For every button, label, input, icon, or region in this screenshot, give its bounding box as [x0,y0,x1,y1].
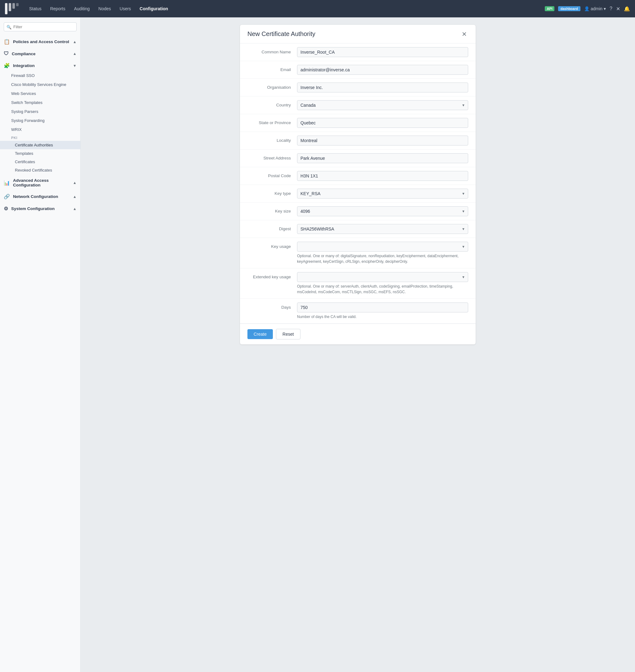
sidebar-item-certificates[interactable]: Certificates [0,158,80,166]
extended-key-usage-select[interactable] [297,272,468,282]
reset-button[interactable]: Reset [276,329,301,339]
sidebar: 🔍 📋 Policies and Access Control ▲ 🛡 Comp… [0,17,81,672]
section-left: ⚙ System Configuration [4,206,54,212]
sidebar-section-network-header[interactable]: 🔗 Network Configuration ▲ [0,191,80,202]
nav-reports[interactable]: Reports [47,4,68,13]
integration-label: Integration [13,63,35,68]
days-hint: Number of days the CA will be valid. [297,314,468,319]
network-config-label: Network Configuration [13,194,58,199]
sidebar-item-templates[interactable]: Templates [0,149,80,158]
digest-select[interactable]: SHA256WithRSA [297,224,468,234]
system-config-chevron-icon: ▲ [73,207,76,211]
nav-users[interactable]: Users [116,4,134,13]
key-size-wrap: 4096 ▼ [297,206,468,216]
sidebar-item-revoked-certificates[interactable]: Revoked Certificates [0,166,80,174]
compliance-icon: 🛡 [4,51,9,57]
network-config-icon: 🔗 [4,194,10,200]
advanced-access-icon: 📊 [4,180,10,186]
user-icon: 👤 [584,6,589,11]
form-row-postal-code: Postal Code [240,167,476,185]
sidebar-section-policies-header[interactable]: 📋 Policies and Access Control ▲ [0,36,80,47]
key-type-wrap: KEY_RSA ▼ [297,189,468,198]
tools-icon[interactable]: ✕ [616,6,620,12]
card-header: New Certificate Authority ✕ [240,25,476,43]
card-body: Common Name Email Organisation [240,43,476,323]
postal-code-wrap [297,171,468,181]
form-row-country: Country Canada ▼ [240,97,476,114]
sidebar-item-syslog-parsers[interactable]: Syslog Parsers [0,107,80,116]
email-input[interactable] [297,65,468,75]
state-input[interactable] [297,118,468,128]
sidebar-section-compliance: 🛡 Compliance ▲ [0,48,80,59]
close-button[interactable]: ✕ [460,31,468,37]
key-usage-select[interactable] [297,242,468,252]
digest-label: Digest [247,224,297,231]
sidebar-section-advanced-header[interactable]: 📊 Advanced Access Configuration ▲ [0,175,80,190]
page-layout: 🔍 📋 Policies and Access Control ▲ 🛡 Comp… [0,17,635,672]
sidebar-item-web-services[interactable]: Web Services [0,89,80,98]
sidebar-section-integration: 🧩 Integration ▼ Firewall SSO Cisco Mobil… [0,60,80,174]
days-wrap: Number of days the CA will be valid. [297,302,468,319]
policies-chevron-icon: ▲ [73,40,76,44]
form-row-common-name: Common Name [240,43,476,61]
form-row-days: Days Number of days the CA will be valid… [240,299,476,323]
key-size-label: Key size [247,206,297,213]
sidebar-section-integration-header[interactable]: 🧩 Integration ▼ [0,60,80,71]
nav-nodes[interactable]: Nodes [95,4,114,13]
postal-code-label: Postal Code [247,171,297,178]
days-input[interactable] [297,302,468,312]
sidebar-item-cisco-mse[interactable]: Cisco Mobility Services Engine [0,80,80,89]
nav-configuration[interactable]: Configuration [136,4,171,13]
key-type-select[interactable]: KEY_RSA [297,189,468,198]
sidebar-item-firewall-sso[interactable]: Firewall SSO [0,71,80,80]
dashboard-badge[interactable]: dashboard [558,6,581,11]
form-row-email: Email [240,61,476,79]
street-address-input[interactable] [297,153,468,163]
locality-input[interactable] [297,135,468,146]
locality-label: Locality [247,135,297,143]
main-content: New Certificate Authority ✕ Common Name … [81,17,635,672]
create-button[interactable]: Create [247,329,273,339]
sidebar-item-switch-templates[interactable]: Switch Templates [0,98,80,107]
card-footer: Create Reset [240,323,476,344]
pki-sub-label: PKI [0,134,80,141]
organisation-input[interactable] [297,83,468,92]
organisation-label: Organisation [247,83,297,90]
postal-code-input[interactable] [297,171,468,181]
bell-icon[interactable]: 🔔 [624,6,630,12]
section-left: 🔗 Network Configuration [4,194,58,200]
sidebar-item-wrix[interactable]: WRIX [0,125,80,134]
form-row-organisation: Organisation [240,79,476,97]
form-row-street-address: Street Address [240,149,476,167]
help-icon[interactable]: ? [610,6,612,12]
state-label: State or Province [247,118,297,125]
sidebar-section-network: 🔗 Network Configuration ▲ [0,191,80,202]
nav-status[interactable]: Status [26,4,45,13]
form-row-key-type: Key type KEY_RSA ▼ [240,185,476,203]
sidebar-item-certificate-authorities[interactable]: Certificate Authorities [0,141,80,149]
key-usage-select-wrap: ▼ [297,242,468,252]
integration-chevron-icon: ▼ [73,64,76,68]
nav-links: Status Reports Auditing Nodes Users Conf… [26,4,537,13]
key-size-select[interactable]: 4096 [297,206,468,216]
sidebar-section-compliance-header[interactable]: 🛡 Compliance ▲ [0,48,80,59]
extended-key-usage-select-wrap: ▼ [297,272,468,282]
days-label: Days [247,302,297,310]
svg-rect-1 [9,3,11,11]
key-type-label: Key type [247,189,297,196]
logo[interactable] [5,3,19,14]
sidebar-item-syslog-forwarding[interactable]: Syslog Forwarding [0,116,80,125]
sidebar-filter-wrap: 🔍 [4,22,76,31]
user-menu[interactable]: 👤 admin ▾ [584,6,606,11]
svg-rect-2 [13,3,15,9]
common-name-label: Common Name [247,47,297,54]
sidebar-section-system-header[interactable]: ⚙ System Configuration ▲ [0,203,80,214]
form-row-state: State or Province [240,114,476,132]
compliance-label: Compliance [12,51,36,56]
form-row-key-size: Key size 4096 ▼ [240,203,476,220]
common-name-input[interactable] [297,47,468,57]
sidebar-filter-input[interactable] [4,22,76,31]
nav-auditing[interactable]: Auditing [71,4,93,13]
advanced-access-label: Advanced Access Configuration [13,178,73,187]
country-select[interactable]: Canada [297,100,468,110]
